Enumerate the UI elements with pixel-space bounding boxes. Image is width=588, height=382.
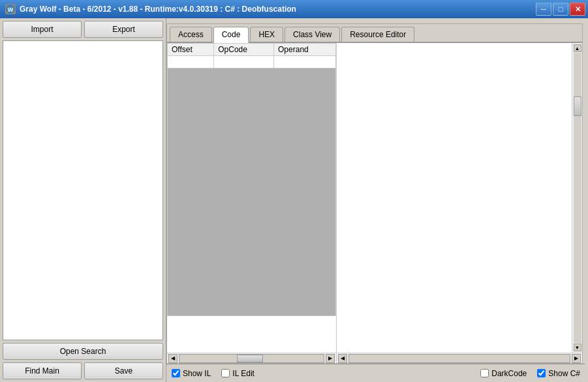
v-scroll-up[interactable]: ▲ <box>574 44 581 52</box>
tab-bar: Access Code HEX Class View Resource Edit… <box>167 24 582 43</box>
right-scroll-left[interactable]: ◀ <box>338 354 347 363</box>
status-bar: Show IL IL Edit DarkCode Show C# <box>166 364 585 382</box>
col-opcode: OpCode <box>214 44 274 56</box>
title-bar: W Gray Wolf - Beta - 6/2012 - v1.88 - Ru… <box>0 0 588 18</box>
window-controls: ─ □ ✕ <box>536 3 585 16</box>
code-table: Offset OpCode Operand <box>167 43 336 316</box>
dark-code-item: DarkCode <box>480 369 527 378</box>
main-container: Import Export Open Search Find Main Save… <box>0 18 588 382</box>
dark-code-label: DarkCode <box>491 369 527 378</box>
app-title: Gray Wolf - Beta - 6/2012 - v1.88 - Runt… <box>20 5 296 14</box>
title-bar-left: W Gray Wolf - Beta - 6/2012 - v1.88 - Ru… <box>5 4 296 14</box>
show-cs-checkbox[interactable] <box>537 369 546 377</box>
import-button[interactable]: Import <box>3 21 82 38</box>
right-side-area: ▲ ▼ ◀ ▶ <box>337 43 582 363</box>
tab-hex[interactable]: HEX <box>250 27 283 42</box>
left-toolbar: Import Export <box>3 21 163 38</box>
show-il-label: Show IL <box>183 369 211 378</box>
dark-code-checkbox[interactable] <box>480 369 489 377</box>
il-edit-label: IL Edit <box>232 369 255 378</box>
bottom-row: Find Main Save <box>3 362 163 379</box>
maximize-button[interactable]: □ <box>553 3 568 16</box>
v-scroll-thumb[interactable] <box>574 96 581 116</box>
export-button[interactable]: Export <box>84 21 163 38</box>
left-bottom: Open Search Find Main Save <box>3 343 163 379</box>
col-offset: Offset <box>168 44 214 56</box>
right-v-scrollbar[interactable]: ▲ ▼ <box>572 43 582 353</box>
right-panel: Access Code HEX Class View Resource Edit… <box>166 23 583 364</box>
show-cs-item: Show C# <box>537 369 580 378</box>
scroll-right-arrow[interactable]: ▶ <box>326 354 335 363</box>
show-il-item: Show IL <box>172 369 211 378</box>
scroll-left-arrow[interactable]: ◀ <box>168 354 178 363</box>
il-edit-item: IL Edit <box>221 369 255 378</box>
left-tree[interactable] <box>3 40 163 340</box>
left-panel: Import Export Open Search Find Main Save <box>0 18 166 382</box>
content-area: Offset OpCode Operand <box>167 43 582 363</box>
tab-classview[interactable]: Class View <box>285 27 340 42</box>
show-il-checkbox[interactable] <box>172 369 180 377</box>
right-h-scrollbar[interactable]: ◀ ▶ <box>337 353 582 363</box>
app-icon: W <box>5 4 16 14</box>
svg-text:W: W <box>8 7 14 13</box>
scroll-track[interactable] <box>179 354 324 363</box>
find-main-button[interactable]: Find Main <box>3 362 82 379</box>
right-container: Access Code HEX Class View Resource Edit… <box>166 18 588 382</box>
scroll-thumb[interactable] <box>237 355 263 362</box>
minimize-button[interactable]: ─ <box>536 3 551 16</box>
right-scroll-track[interactable] <box>348 354 570 363</box>
tab-code[interactable]: Code <box>213 27 249 43</box>
v-scroll-down[interactable]: ▼ <box>574 344 581 351</box>
v-scroll-track[interactable] <box>574 53 581 343</box>
right-scroll-right[interactable]: ▶ <box>572 354 581 363</box>
il-edit-checkbox[interactable] <box>221 369 230 377</box>
show-cs-label: Show C# <box>548 369 580 378</box>
close-button[interactable]: ✕ <box>570 3 585 16</box>
open-search-button[interactable]: Open Search <box>3 343 163 360</box>
code-h-scrollbar[interactable]: ◀ ▶ <box>167 353 336 363</box>
tab-resourceeditor[interactable]: Resource Editor <box>341 27 414 42</box>
tab-access[interactable]: Access <box>170 27 212 42</box>
code-table-wrapper[interactable]: Offset OpCode Operand <box>167 43 336 353</box>
right-content: ▲ ▼ <box>337 43 582 353</box>
save-button[interactable]: Save <box>84 362 163 379</box>
col-operand: Operand <box>274 44 336 56</box>
code-panel: Offset OpCode Operand <box>167 43 337 363</box>
